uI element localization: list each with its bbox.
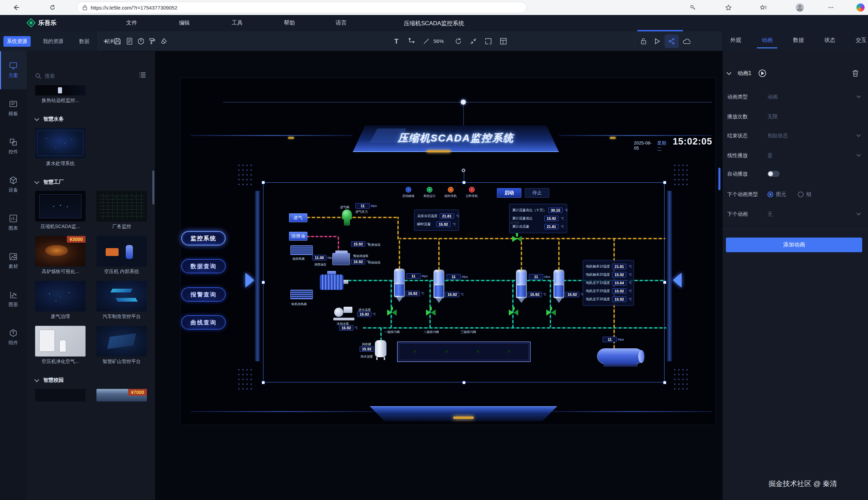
separator-tank[interactable] [553,270,565,303]
scada-menu-数据查询[interactable]: 数据查询 [181,259,226,273]
connector-tool-icon[interactable] [407,36,417,46]
reset-zoom-icon[interactable] [453,36,464,46]
cooling-pump[interactable] [333,307,354,320]
separator-tank[interactable] [515,270,527,303]
sidebar-item-图表[interactable]: 图表 [0,204,26,242]
thumbnail-压缩机SCADA监...[interactable] [35,191,85,221]
thumbnail-换热站远程监控...[interactable] [35,85,85,95]
thumbnail-厂务监控[interactable] [96,191,147,221]
favorite-star-icon[interactable] [723,3,733,12]
resource-item[interactable]: 空压机 内部系统 [96,236,147,280]
intake-valve[interactable] [339,209,355,226]
separator-tank[interactable] [393,269,406,302]
recycle-tank[interactable] [375,340,387,357]
resource-item[interactable]: 空压机净化空气... [35,326,85,370]
copilot-icon[interactable] [856,3,865,12]
panel-scrollbar[interactable] [152,170,155,205]
inspector-tab-状态[interactable]: 状态 [824,37,835,44]
resource-item[interactable]: ¥3000高炉炼铁可视化... [35,236,85,280]
share-button[interactable] [664,34,679,48]
add-icon[interactable]: + [101,36,111,46]
left-collapse-arrow[interactable] [245,273,254,288]
right-collapse-arrow[interactable] [673,273,682,288]
cloud-icon[interactable] [682,36,692,46]
thumbnail-空压机净化空气...[interactable] [35,326,85,356]
field-结束状态[interactable]: 结束状态初始状态 [727,132,862,140]
table-layout-icon[interactable] [498,36,509,46]
paint-roller-icon[interactable] [147,36,157,46]
selection-handle[interactable] [462,381,466,384]
canvas-scrollbar[interactable] [718,168,720,190]
selection-handle[interactable] [262,381,265,384]
scada-menu-报警查询[interactable]: 报警查询 [181,287,226,302]
tab-系统资源[interactable]: 系统资源 [3,36,31,47]
selection-handle[interactable] [663,181,666,184]
next-anim-row[interactable]: 下个动画 无 [727,210,862,218]
list-view-icon[interactable] [139,72,146,78]
field-线性播放[interactable]: 线性播放是 [727,151,862,159]
browser-avatar[interactable] [795,3,804,12]
air-storage-tank[interactable] [597,348,643,364]
play-animation-icon[interactable] [758,69,766,77]
section-智慧校园[interactable]: 智慧校园 [35,377,148,384]
stop-button[interactable]: 停止 [525,188,549,198]
start-button[interactable]: 启动 [497,188,522,198]
browser-refresh-icon[interactable] [48,3,57,12]
thumbnail-空压机 内部系统[interactable] [96,236,147,266]
sidebar-item-控件[interactable]: 控件 [0,127,26,166]
line-tool-icon[interactable] [421,36,432,46]
field-动画类型[interactable]: 动画类型动画 [727,93,862,101]
section-智慧水务[interactable]: 智慧水务 [35,116,148,122]
cooler-box[interactable] [397,341,530,362]
password-key-icon[interactable] [688,3,698,12]
thumbnail-floorplan[interactable] [35,389,85,401]
selection-handle[interactable] [663,281,666,284]
unlock-icon[interactable] [639,36,649,46]
inspector-tab-动画[interactable]: 动画 [762,37,773,44]
collections-icon[interactable] [758,3,768,12]
add-animation-button[interactable]: 添加动画 [726,238,862,252]
preview-play-icon[interactable] [652,36,662,46]
resource-item[interactable]: ¥7000 [96,389,147,401]
radio-group[interactable] [798,192,803,197]
sidebar-item-图形[interactable]: 图形 [0,280,26,318]
section-智慧工厂[interactable]: 智慧工厂 [35,179,148,185]
electric-motor[interactable] [320,271,348,291]
radio-tuyuan[interactable] [767,192,773,197]
frame-icon[interactable] [483,36,493,46]
save-icon[interactable] [113,36,123,46]
zoom-level[interactable]: 56% [434,38,444,44]
eraser-icon[interactable] [159,36,169,46]
valve[interactable] [387,309,397,316]
thumbnail-高炉炼铁可视化...[interactable]: ¥3000 [35,236,85,266]
selection-handle[interactable] [262,281,265,284]
tab-我的资源[interactable]: 我的资源 [39,36,67,47]
shape-library-icon[interactable] [136,36,146,46]
browser-menu-icon[interactable] [826,3,836,12]
inspector-tab-交互[interactable]: 交互 [856,37,867,44]
browser-back-icon[interactable] [12,3,21,12]
sidebar-item-设备[interactable]: 设备 [0,166,26,204]
address-bar[interactable]: https://v.le5le.com/?r=1754377309052 [77,2,526,13]
resource-item[interactable]: 压缩机SCADA监... [35,191,85,235]
scada-menu-曲线查询[interactable]: 曲线查询 [181,315,226,330]
resource-item[interactable] [35,389,85,401]
resource-item[interactable]: 汽车制造管控平台 [96,281,147,325]
valve[interactable] [509,309,518,316]
resource-item[interactable]: 换热站远程监控... [35,85,85,109]
thumbnail-废气治理[interactable] [35,281,85,311]
collapse-chevron-icon[interactable] [727,70,731,75]
sidebar-item-组件[interactable]: 组件 [0,318,26,356]
resource-item[interactable]: 废气治理 [35,281,85,325]
fit-view-icon[interactable] [468,36,479,46]
motor-heater[interactable] [290,290,313,299]
valve[interactable] [426,309,435,316]
separator-tank[interactable] [433,270,445,303]
text-tool-icon[interactable]: T [391,36,401,46]
search-input[interactable]: 搜索 [35,70,137,82]
selection-handle[interactable] [262,181,265,184]
document-icon[interactable] [124,36,135,46]
autoplay-toggle[interactable] [767,171,780,177]
thumbnail-废水处理系统[interactable] [35,128,85,159]
thumbnail-智慧矿山管控平台[interactable] [96,326,147,356]
